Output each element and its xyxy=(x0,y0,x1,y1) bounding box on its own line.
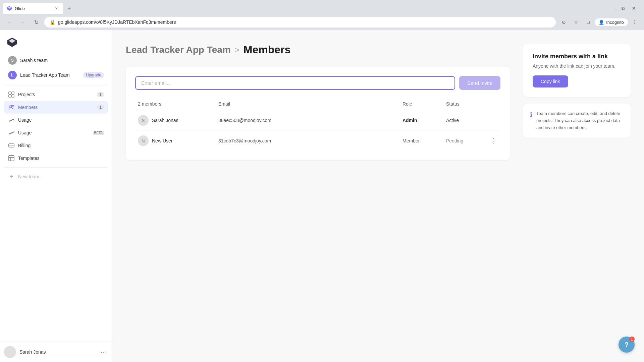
member-menu-button[interactable]: ⋮ xyxy=(489,136,498,145)
sidebar-item-members[interactable]: Members 1 xyxy=(4,101,108,114)
member-avatar: S xyxy=(138,115,149,126)
page-title: Members xyxy=(244,44,291,56)
sidebar-logo xyxy=(0,30,112,53)
member-role: Member xyxy=(400,138,443,143)
new-tab-button[interactable]: + xyxy=(64,4,74,13)
tab-bar: Glide × + — ⧉ ✕ xyxy=(0,0,644,14)
info-text: Team members can create, edit, and delet… xyxy=(536,110,624,131)
actions-column-header xyxy=(487,101,500,107)
svg-rect-7 xyxy=(12,95,14,97)
users-icon xyxy=(8,104,15,111)
invite-link-card: Invite members with a link Anyone with t… xyxy=(523,44,631,97)
template-icon xyxy=(8,155,15,162)
refresh-button[interactable]: ↻ xyxy=(31,17,42,27)
page-header: Lead Tracker App Team > Members xyxy=(126,44,510,56)
new-team-label: New team... xyxy=(18,174,43,179)
plus-icon: + xyxy=(8,173,15,180)
send-invite-button[interactable]: Send Invite xyxy=(459,76,500,90)
member-name-cell: S Sarah Jonas xyxy=(135,115,216,126)
lead-tracker-avatar: L xyxy=(8,71,17,79)
profile-label: Incognito xyxy=(606,20,624,25)
menu-button[interactable]: ⋮ xyxy=(629,17,640,27)
invite-email-row: Send Invite xyxy=(135,76,500,90)
member-name: New User xyxy=(152,138,172,143)
sidebar-user-area: Sarah Jonas ⋯ xyxy=(0,342,112,362)
templates-label: Templates xyxy=(18,156,104,161)
minimize-button[interactable]: — xyxy=(608,4,617,13)
svg-rect-12 xyxy=(9,156,14,161)
svg-rect-4 xyxy=(9,92,11,94)
svg-point-8 xyxy=(10,105,12,107)
chart2-icon xyxy=(8,129,15,136)
svg-point-9 xyxy=(12,106,14,107)
active-tab[interactable]: Glide × xyxy=(3,3,63,14)
browser-toolbar: ← → ↻ 🔒 go.glideapps.com/o/8f5KyJDJaRTEb… xyxy=(0,14,644,30)
sidebar-item-usage[interactable]: Usage xyxy=(4,114,108,126)
tab-favicon xyxy=(7,6,12,11)
profile-icon: 👤 xyxy=(599,20,604,25)
new-team-button[interactable]: + New team... xyxy=(4,170,108,183)
window-controls: — ⧉ ✕ xyxy=(608,4,641,13)
role-column-header: Role xyxy=(400,101,443,107)
sarahs-team-label: Sarah's team xyxy=(20,58,104,63)
members-count-header: 2 members xyxy=(135,101,216,107)
app-layout: S Sarah's team L Lead Tracker App Team U… xyxy=(0,30,644,362)
info-icon: ℹ xyxy=(530,111,532,131)
members-table: 2 members Email Role Status S Sarah Jona… xyxy=(135,98,500,151)
svg-rect-6 xyxy=(9,95,11,97)
projects-badge: 1 xyxy=(97,92,104,97)
main-inner: Lead Tracker App Team > Members Send Inv… xyxy=(112,30,644,362)
bookmark-button[interactable]: ☆ xyxy=(571,17,581,27)
sidebar-nav: Projects 1 Members 1 xyxy=(0,88,112,165)
profile-button[interactable]: 👤 Incognito xyxy=(595,18,628,26)
sarahs-team-avatar: S xyxy=(8,56,17,65)
svg-rect-10 xyxy=(9,144,14,147)
back-button[interactable]: ← xyxy=(4,17,15,27)
member-status: Pending xyxy=(443,138,487,143)
table-header: 2 members Email Role Status xyxy=(135,98,500,110)
svg-rect-5 xyxy=(12,92,14,94)
usage-label: Usage xyxy=(18,117,104,123)
beta-badge: BETA xyxy=(93,131,104,135)
email-input[interactable] xyxy=(135,76,455,90)
cast-button[interactable]: ⊙ xyxy=(558,17,569,27)
breadcrumb-link[interactable]: Lead Tracker App Team xyxy=(126,45,231,55)
lock-icon: 🔒 xyxy=(50,19,55,25)
member-status: Active xyxy=(443,118,487,123)
user-name-label: Sarah Jonas xyxy=(19,349,95,355)
sidebar-new-team-section: + New team... xyxy=(0,170,112,183)
tab-close-button[interactable]: × xyxy=(54,6,59,11)
invite-card: Send Invite 2 members Email Role Status xyxy=(126,67,510,160)
forward-button[interactable]: → xyxy=(17,17,28,27)
info-card: ℹ Team members can create, edit, and del… xyxy=(523,104,631,138)
main-content: Lead Tracker App Team > Members Send Inv… xyxy=(112,30,644,362)
maximize-button[interactable]: ⧉ xyxy=(619,4,628,13)
toolbar-actions: ⊙ ☆ □ 👤 Incognito ⋮ xyxy=(558,17,640,27)
sidebar-item-billing[interactable]: Billing xyxy=(4,139,108,152)
sidebar-item-projects[interactable]: Projects 1 xyxy=(4,88,108,101)
usage-beta-label: Usage xyxy=(18,130,89,135)
help-button[interactable]: ? 1 xyxy=(619,337,635,353)
sidebar: S Sarah's team L Lead Tracker App Team U… xyxy=(0,30,112,362)
user-more-button[interactable]: ⋯ xyxy=(99,347,108,357)
chart-icon xyxy=(8,117,15,123)
content-area: Lead Tracker App Team > Members Send Inv… xyxy=(112,30,523,362)
members-label: Members xyxy=(18,105,94,110)
status-column-header: Status xyxy=(443,101,487,107)
table-row: N New User 31cdb7c3@moodjoy.com Member P… xyxy=(135,131,500,151)
upgrade-badge[interactable]: Upgrade xyxy=(83,72,104,78)
help-icon: ? xyxy=(625,341,629,349)
sidebar-item-templates[interactable]: Templates xyxy=(4,152,108,165)
help-badge: 1 xyxy=(629,337,635,342)
sidebar-item-lead-tracker-team[interactable]: L Lead Tracker App Team Upgrade xyxy=(4,68,108,82)
member-name-cell: N New User xyxy=(135,135,216,146)
sidebar-item-usage-beta[interactable]: Usage BETA xyxy=(4,126,108,139)
close-button[interactable]: ✕ xyxy=(629,4,639,13)
member-email: 31cdb7c3@moodjoy.com xyxy=(216,138,400,143)
lead-tracker-label: Lead Tracker App Team xyxy=(20,72,80,78)
url-bar[interactable]: 🔒 go.glideapps.com/o/8f5KyJDJaRTEbXahFq3… xyxy=(44,17,556,27)
extension-button[interactable]: □ xyxy=(583,17,593,27)
breadcrumb-separator: > xyxy=(235,45,239,55)
copy-link-button[interactable]: Copy link xyxy=(533,75,568,87)
sidebar-item-sarahs-team[interactable]: S Sarah's team xyxy=(4,53,108,68)
